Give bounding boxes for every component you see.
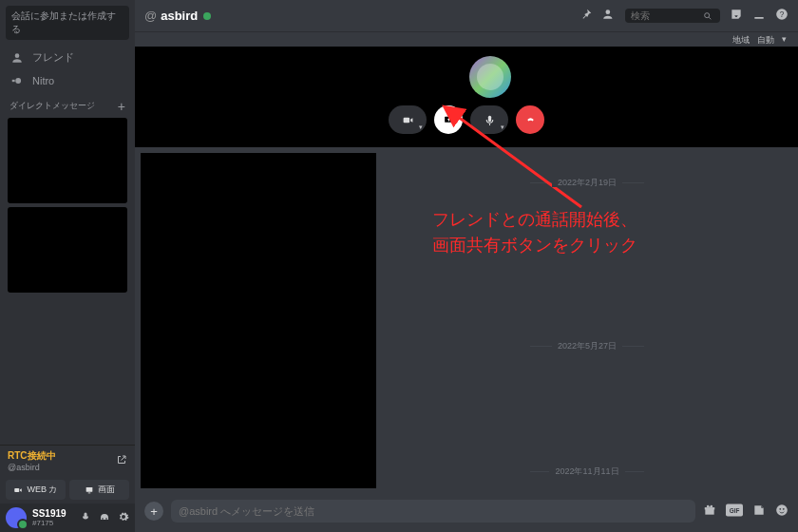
- pin-icon[interactable]: [580, 8, 593, 24]
- friends-label: フレンド: [32, 50, 74, 65]
- friends-icon: [10, 51, 25, 65]
- svg-rect-1: [12, 80, 15, 82]
- dm-header: ダイレクトメッセージ: [10, 100, 95, 112]
- user-tag: #7175: [32, 519, 66, 527]
- svg-point-19: [783, 507, 785, 509]
- svg-rect-13: [705, 508, 713, 514]
- help-icon[interactable]: ?: [775, 8, 788, 24]
- find-conversation-input[interactable]: 会話に参加または作成する: [6, 6, 129, 40]
- svg-text:?: ?: [780, 10, 785, 19]
- call-panel: ▾ ▾: [135, 47, 798, 147]
- screen-share-button[interactable]: [434, 105, 463, 134]
- search-input[interactable]: [631, 10, 697, 21]
- rtc-channel: @asbird: [8, 463, 56, 472]
- svg-rect-10: [403, 117, 409, 122]
- date-divider: 2022年11月11日: [386, 465, 788, 478]
- sticker-icon[interactable]: [752, 504, 766, 520]
- svg-point-18: [779, 507, 781, 509]
- message-input[interactable]: [179, 505, 688, 517]
- friends-nav[interactable]: フレンド: [0, 46, 135, 69]
- dm-item[interactable]: [8, 207, 127, 293]
- user-panel: SS1919 #7175: [0, 504, 135, 532]
- chevron-down-icon: ▾: [501, 124, 504, 131]
- nitro-label: Nitro: [32, 75, 54, 86]
- message-scroll[interactable]: 2022年2月19日 2022年5月27日 2022年11月11日: [376, 147, 798, 494]
- svg-point-6: [606, 10, 611, 14]
- screen-share-toggle-button[interactable]: 画面: [69, 480, 129, 500]
- at-icon: @: [144, 9, 157, 23]
- status-dot: [203, 12, 211, 20]
- topbar: @ asbird ?: [135, 0, 798, 32]
- sidebar: 会話に参加または作成する フレンド Nitro ダイレクトメッセージ + RTC…: [0, 0, 135, 532]
- dm-item[interactable]: [8, 118, 127, 203]
- video-button[interactable]: ▾: [389, 105, 427, 134]
- auto-label[interactable]: 自動: [757, 34, 774, 47]
- mic-button[interactable]: ▾: [470, 105, 508, 134]
- inbox-icon[interactable]: [730, 8, 743, 24]
- user-name: SS1919: [32, 508, 66, 519]
- mute-icon[interactable]: [80, 511, 91, 524]
- svg-rect-2: [15, 487, 20, 491]
- nitro-icon: [10, 74, 25, 87]
- disconnect-button[interactable]: [516, 105, 544, 134]
- emoji-icon[interactable]: [775, 504, 788, 520]
- rtc-status: RTC接続中: [8, 449, 56, 463]
- svg-point-17: [776, 504, 788, 516]
- search-box[interactable]: [625, 9, 720, 23]
- svg-point-7: [705, 12, 710, 17]
- attach-button[interactable]: +: [144, 502, 163, 521]
- message-attachment[interactable]: [141, 153, 376, 488]
- svg-text:GIF: GIF: [730, 506, 740, 513]
- add-friend-icon[interactable]: [602, 8, 616, 24]
- chevron-down-icon[interactable]: ▾: [782, 34, 787, 47]
- gif-icon[interactable]: GIF: [726, 504, 743, 520]
- date-divider: 2022年2月19日: [386, 176, 788, 189]
- svg-point-0: [15, 78, 21, 84]
- create-dm-button[interactable]: +: [118, 102, 125, 111]
- gift-icon[interactable]: [703, 504, 716, 520]
- search-icon: [703, 11, 712, 21]
- rtc-panel: RTC接続中 @asbird: [0, 445, 135, 476]
- svg-rect-3: [86, 487, 92, 492]
- channel-name: asbird: [161, 9, 198, 23]
- date-divider: 2022年5月27日: [386, 339, 788, 352]
- svg-rect-4: [87, 492, 90, 493]
- nitro-nav[interactable]: Nitro: [0, 69, 135, 92]
- region-label[interactable]: 地域: [732, 34, 750, 47]
- avatar[interactable]: [6, 507, 27, 528]
- settings-icon[interactable]: [118, 511, 129, 524]
- participant-tile[interactable]: [469, 56, 511, 98]
- svg-rect-14: [705, 507, 715, 509]
- deafen-icon[interactable]: [99, 511, 110, 524]
- svg-rect-12: [487, 115, 490, 122]
- download-icon[interactable]: [752, 8, 766, 24]
- popout-icon[interactable]: [116, 454, 127, 468]
- participant-tile[interactable]: [422, 56, 464, 98]
- camera-toggle-button[interactable]: WEB カ: [6, 480, 66, 500]
- message-composer[interactable]: [171, 500, 695, 522]
- chevron-down-icon: ▾: [419, 124, 423, 131]
